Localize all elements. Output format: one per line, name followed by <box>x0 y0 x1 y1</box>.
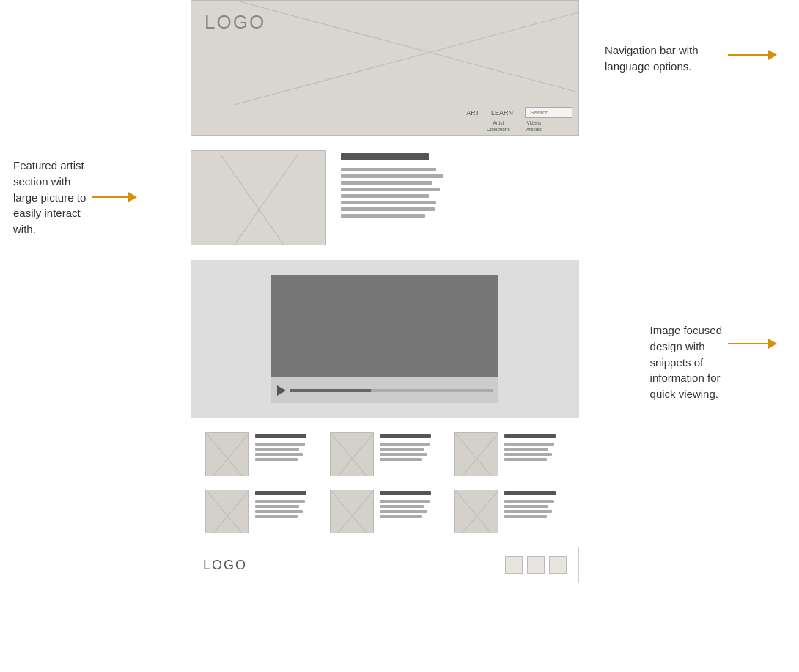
card-line-6-4 <box>504 515 547 518</box>
card-title-2 <box>380 434 431 438</box>
nav-sub-link-1: VideosArticles <box>526 120 542 133</box>
card-line-4-3 <box>255 510 303 513</box>
card-image-1 <box>205 432 249 476</box>
card-image-5 <box>330 490 374 533</box>
card-item-5 <box>330 490 440 533</box>
card-lines-2 <box>380 443 440 461</box>
play-button[interactable] <box>277 385 286 396</box>
nav-arrow-head <box>768 50 777 60</box>
card-image-4 <box>205 490 249 533</box>
card-line-5-4 <box>380 515 422 518</box>
wireframe-column: LOGO ART LEARN ArtistCollec <box>191 0 799 583</box>
card-line-6-1 <box>504 500 554 503</box>
featured-line-6 <box>341 201 436 204</box>
card-line-1-2 <box>255 448 299 451</box>
card-grid-row-1 <box>191 432 579 476</box>
card-line-1-1 <box>255 443 305 446</box>
card-title-6 <box>504 491 556 495</box>
card-item-3 <box>454 432 564 476</box>
featured-arrow-head <box>128 192 137 202</box>
annotation-featured-text: Featured artistsection withlarge picture… <box>13 158 86 237</box>
annotation-nav-text: Navigation bar with language options. <box>605 43 722 75</box>
featured-line-7 <box>341 207 435 211</box>
card-image-2 <box>330 432 374 476</box>
card-item-2 <box>330 432 440 476</box>
card-title-4 <box>255 491 306 495</box>
cross-line-1 <box>191 1 578 105</box>
featured-arrow-shaft <box>92 196 128 198</box>
card-item-6 <box>454 490 564 533</box>
card-lines-5 <box>380 500 440 518</box>
nav-arrow-shaft <box>728 54 768 56</box>
video-screen <box>271 275 498 377</box>
cross-line-2 <box>191 1 578 105</box>
video-arrow-head <box>768 339 777 349</box>
card-text-5 <box>380 490 440 518</box>
card-line-2-3 <box>380 453 427 456</box>
featured-section <box>191 150 579 245</box>
featured-title-bar <box>341 153 429 160</box>
card-item-1 <box>205 432 315 476</box>
card-line-3-3 <box>504 453 552 456</box>
footer-icon-1[interactable] <box>505 556 523 574</box>
featured-arrow <box>92 192 137 202</box>
nav-wireframe: LOGO ART LEARN ArtistCollec <box>191 0 579 136</box>
card-text-1 <box>255 432 315 461</box>
card-line-2-4 <box>380 458 422 461</box>
card-line-1-3 <box>255 453 303 456</box>
card-text-3 <box>504 432 564 461</box>
footer-logo: LOGO <box>203 558 498 573</box>
featured-line-2 <box>341 174 443 178</box>
annotation-video: Image focuseddesign withsnippets ofinfor… <box>650 322 777 402</box>
card-line-1-4 <box>255 458 298 461</box>
nav-search-input[interactable] <box>525 107 572 118</box>
card-image-3 <box>454 432 498 476</box>
card-text-2 <box>380 432 440 461</box>
card-title-1 <box>255 434 306 438</box>
featured-line-8 <box>341 214 425 218</box>
card-lines-4 <box>255 500 315 518</box>
nav-links-row: ART LEARN <box>191 106 578 119</box>
card-line-2-1 <box>380 443 430 446</box>
card-line-3-4 <box>504 458 547 461</box>
nav-link-art[interactable]: ART <box>466 109 479 117</box>
annotation-nav: Navigation bar with language options. <box>605 43 777 75</box>
card-item-4 <box>205 490 315 533</box>
card-line-4-4 <box>255 515 298 518</box>
video-arrow-shaft <box>728 343 768 344</box>
card-line-6-2 <box>504 505 548 508</box>
card-grid-row-2 <box>191 490 579 533</box>
nav-sub-links-row: ArtistCollections VideosArticles <box>191 119 578 135</box>
nav-arrow <box>728 50 777 60</box>
annotation-video-text: Image focuseddesign withsnippets ofinfor… <box>650 322 722 402</box>
nav-hero-image <box>191 1 578 105</box>
card-line-2-2 <box>380 448 424 451</box>
card-lines-6 <box>504 500 564 518</box>
progress-bar[interactable] <box>290 389 493 392</box>
card-line-3-1 <box>504 443 554 446</box>
annotation-featured: Featured artistsection withlarge picture… <box>13 158 137 237</box>
featured-line-5 <box>341 194 429 198</box>
card-title-3 <box>504 434 556 438</box>
footer-icon-2[interactable] <box>527 556 545 574</box>
featured-line-1 <box>341 168 436 171</box>
footer-social-icons <box>505 556 567 574</box>
card-image-6 <box>454 490 498 533</box>
featured-line-3 <box>341 181 432 185</box>
footer-icon-3[interactable] <box>549 556 567 574</box>
featured-text-lines <box>341 168 579 218</box>
card-text-6 <box>504 490 564 518</box>
card-line-5-2 <box>380 505 424 508</box>
card-line-4-1 <box>255 500 305 503</box>
card-lines-1 <box>255 443 315 461</box>
card-line-4-2 <box>255 505 299 508</box>
featured-content <box>341 150 579 218</box>
nav-link-learn[interactable]: LEARN <box>491 109 513 117</box>
progress-fill <box>290 389 371 392</box>
card-title-5 <box>380 491 431 495</box>
featured-x-placeholder <box>191 151 325 245</box>
video-arrow <box>728 339 777 349</box>
video-controls <box>271 377 498 403</box>
card-line-5-3 <box>380 510 427 513</box>
card-line-6-3 <box>504 510 552 513</box>
